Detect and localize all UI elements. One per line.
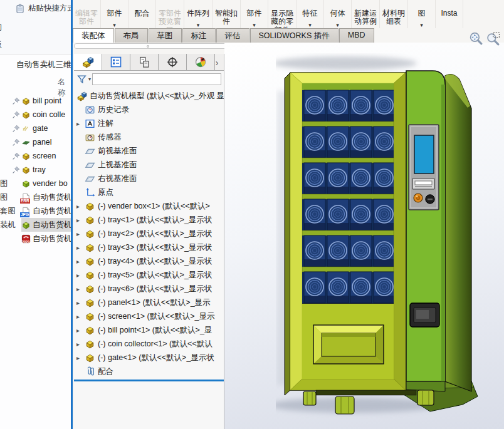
feature-panel-tab[interactable] [74, 54, 102, 70]
ribbon-button[interactable]: 显示隐 藏的零 部件 [268, 0, 297, 28]
feature-tree-row[interactable]: 右视基准面 [74, 172, 224, 185]
expand-arrow-icon[interactable]: ▸ [76, 120, 85, 127]
expand-arrow-icon[interactable]: ▸ [76, 327, 85, 334]
dropdown-caret-icon[interactable]: ▾ [241, 22, 268, 28]
command-tab[interactable]: SOLIDWORKS 插件 [250, 28, 339, 43]
feature-panel-tab[interactable] [130, 54, 159, 70]
feature-panel-tab[interactable] [102, 54, 130, 70]
ribbon-button[interactable]: 零部件 预览窗 口 [156, 0, 184, 28]
feature-tree-row[interactable]: ▸ (-) panel<1> (默认<<默认>_显示 [74, 296, 224, 309]
file-row[interactable]: 装机 自动售货机 [0, 218, 71, 232]
dropdown-caret-icon[interactable]: ▾ [324, 22, 351, 28]
ribbon-button[interactable]: 新建运 动算例 [352, 0, 380, 28]
file-row[interactable]: 套图 JPG 自动售货机 [0, 204, 71, 218]
file-row[interactable]: panel [0, 135, 71, 149]
feature-tree-row[interactable]: ▸ (-) tray<5> (默认<<默认>_显示状 [74, 268, 224, 282]
ribbon-button[interactable]: 件阵列 ▾ [184, 0, 213, 28]
tree-item-label: (-) tray<1> (默认<<默认>_显示状 [98, 215, 212, 225]
file-name: gate [33, 124, 48, 133]
command-tab[interactable]: 装配体 [73, 28, 114, 43]
dropdown-caret-icon[interactable]: ▾ [101, 22, 128, 28]
file-type-icon [21, 96, 33, 106]
expand-arrow-icon[interactable]: ▸ [76, 258, 85, 265]
command-tab[interactable]: 布局 [115, 28, 148, 43]
command-tab[interactable]: 标注 [182, 28, 216, 43]
command-tab[interactable]: MBD [339, 28, 374, 43]
tree-item-icon [85, 105, 95, 115]
ribbon-button[interactable]: 何体 ▾ [324, 0, 352, 28]
file-row[interactable]: screen [0, 149, 71, 163]
feature-tree-row[interactable]: 配合 [74, 364, 224, 378]
vending-machine-model[interactable] [276, 53, 504, 429]
ribbon-button[interactable]: 编辑零 部件 [73, 0, 101, 28]
filter-funnel-icon[interactable] [76, 74, 87, 85]
expand-arrow-icon[interactable]: ▸ [76, 272, 85, 279]
ribbon-button[interactable]: Insta [436, 0, 463, 28]
zoom-area-icon[interactable] [486, 31, 501, 46]
splitter-handle[interactable] [147, 45, 149, 48]
dropdown-caret-icon[interactable]: ▾ [184, 22, 212, 28]
ribbon-button-label: 特征 [303, 9, 318, 18]
tree-item-icon [85, 325, 95, 336]
ribbon-button[interactable]: 配合 [129, 0, 156, 28]
file-row[interactable]: tray [0, 163, 71, 177]
feature-tree-row[interactable]: 上视基准面 [74, 158, 224, 172]
file-row[interactable]: 2020 自动售货机 [0, 232, 71, 246]
feature-tree-row[interactable]: ▸ (-) tray<1> (默认<<默认>_显示状 [74, 213, 224, 227]
expand-arrow-icon[interactable]: ▸ [76, 299, 85, 306]
ribbon-button[interactable]: 材料明 细表 [380, 0, 408, 28]
breadcrumb[interactable]: 自动售卖机三维套图 [16, 59, 71, 70]
command-tab[interactable]: 草图 [149, 28, 182, 43]
feature-tree-row[interactable]: 历史记录 [74, 103, 224, 116]
file-row[interactable]: gate [0, 121, 71, 135]
file-row[interactable]: coin colle [0, 108, 71, 121]
ribbon-button[interactable]: 特征 ▾ [297, 0, 324, 28]
panel-tab-icon [110, 56, 122, 68]
dropdown-caret-icon[interactable]: ▾ [408, 22, 435, 28]
expand-arrow-icon[interactable]: ▸ [76, 313, 85, 320]
feature-tree-row[interactable]: ▸ (-) tray<4> (默认<<默认>_显示状 [74, 254, 224, 268]
expand-arrow-icon[interactable]: ▸ [76, 341, 85, 348]
solidworks-desktop: { "explorer": { "paste_shortcut": "粘贴快捷方… [0, 0, 504, 429]
file-row[interactable]: 图 vender bo [0, 177, 71, 190]
feature-tree-row[interactable]: ▸ (-) bill point<1> (默认<<默认>_显 [74, 323, 224, 337]
ribbon-button[interactable]: 部件 ▾ [101, 0, 129, 28]
feature-tree-row[interactable]: ▸ (-) tray<6> (默认<<默认>_显示状 [74, 282, 224, 296]
file-row[interactable]: 图 ERR 自动售货机 [0, 190, 71, 204]
feature-tree-row[interactable]: 传感器 [74, 130, 224, 144]
expand-arrow-icon[interactable]: ▸ [76, 354, 85, 361]
feature-tree-row[interactable]: 原点 [74, 185, 224, 199]
expand-arrow-icon[interactable]: ▸ [76, 203, 85, 210]
feature-tree-row[interactable]: 前视基准面 [74, 144, 224, 158]
feature-tree-row[interactable]: ▸ (-) tray<3> (默认<<默认>_显示状 [74, 240, 224, 254]
feature-tree-row[interactable]: ▸ (-) tray<2> (默认<<默认>_显示状 [74, 227, 224, 240]
filter-input[interactable] [92, 73, 221, 85]
expand-arrow-icon[interactable]: ▸ [76, 286, 85, 292]
tree-item-icon [85, 160, 95, 170]
panel-tabs-overflow-arrow[interactable]: › [210, 54, 224, 71]
feature-tree-row[interactable]: ▸ (-) vender box<1> (默认<<默认> [74, 199, 224, 213]
expand-arrow-icon[interactable]: ▸ [76, 230, 85, 237]
feature-panel-tab[interactable] [159, 54, 187, 70]
feature-tree-row[interactable]: ▸ (-) gate<1> (默认<<默认>_显示状 [74, 351, 224, 364]
rollback-bar[interactable] [74, 380, 224, 381]
filter-caret-icon[interactable]: ▾ [88, 76, 91, 82]
file-type-icon [21, 124, 33, 133]
dropdown-caret-icon[interactable]: ▾ [297, 22, 323, 28]
nav-pane-fragment: 装机 [0, 220, 12, 230]
expand-arrow-icon[interactable]: ▸ [76, 217, 85, 224]
command-tab[interactable]: 评估 [216, 28, 249, 43]
feature-tree-row[interactable]: ▸ (-) screen<1> (默认<<默认>_显示 [74, 309, 224, 323]
file-row[interactable]: bill point [0, 94, 71, 108]
zoom-fit-icon[interactable] [469, 31, 483, 46]
ribbon-button[interactable]: 智能扣 件 [213, 0, 241, 28]
ribbon-button[interactable]: 图 ▾ [408, 0, 436, 28]
feature-tree-row[interactable]: ▸ 注解 [74, 116, 224, 130]
expand-arrow-icon[interactable]: ▸ [76, 244, 85, 251]
ribbon-button[interactable]: 部件 ▾ [241, 0, 268, 28]
tree-item-icon [85, 256, 95, 267]
paste-shortcut-button[interactable]: 粘贴快捷方式 [15, 3, 71, 14]
feature-tree-row[interactable]: ▸ (-) coin collector<1> (默认<<默认 [74, 337, 224, 351]
feature-tree-row[interactable]: 自动售货机模型 (默认<<默认>_外观 显 [74, 89, 224, 103]
graphics-viewport[interactable] [224, 43, 504, 429]
